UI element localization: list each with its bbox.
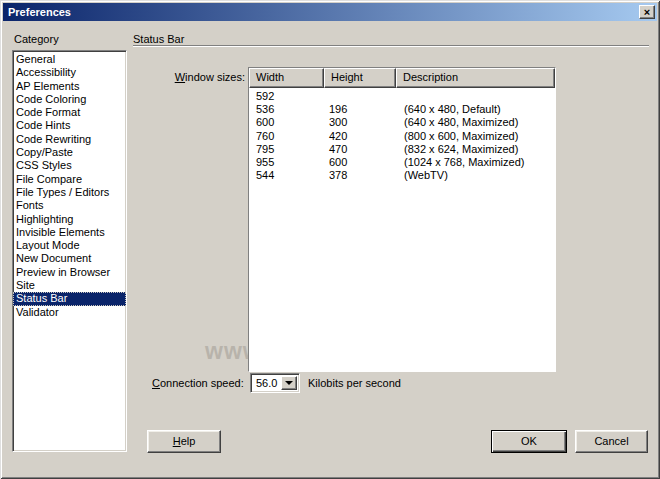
category-list-item[interactable]: Code Rewriting xyxy=(13,133,126,146)
cell-width: 955 xyxy=(249,156,324,169)
cell-width: 600 xyxy=(249,116,324,129)
category-list-item[interactable]: General xyxy=(13,53,126,66)
cell-description: (640 x 480, Default) xyxy=(396,103,555,116)
cell-width: 592 xyxy=(249,90,324,103)
category-list-item[interactable]: Site xyxy=(13,279,126,292)
category-list-item[interactable]: Status Bar xyxy=(13,292,126,305)
category-list-item[interactable]: Copy/Paste xyxy=(13,146,126,159)
category-list-item[interactable]: CSS Styles xyxy=(13,159,126,172)
category-item-label: Code Hints xyxy=(16,119,70,131)
category-item-label: Status Bar xyxy=(16,292,67,304)
category-list-item[interactable]: Fonts xyxy=(13,199,126,212)
window-sizes-table: Width Height Description 592 536 196 (64… xyxy=(248,67,556,372)
category-item-label: Invisible Elements xyxy=(16,226,105,238)
category-list-item[interactable]: Highlighting xyxy=(13,213,126,226)
cancel-button[interactable]: Cancel xyxy=(575,430,648,453)
category-list-item[interactable]: Validator xyxy=(13,306,126,319)
table-row[interactable]: 955 600 (1024 x 768, Maximized) xyxy=(249,156,555,169)
table-header: Width Height Description xyxy=(249,68,555,88)
connection-speed-select[interactable]: 56.0 xyxy=(250,373,300,393)
cell-description: (1024 x 768, Maximized) xyxy=(396,156,555,169)
category-list-item[interactable]: Preview in Browser xyxy=(13,266,126,279)
close-button[interactable]: × xyxy=(639,5,655,19)
table-row[interactable]: 600 300 (640 x 480, Maximized) xyxy=(249,116,555,129)
category-item-label: Accessibility xyxy=(16,66,76,78)
category-item-label: File Compare xyxy=(16,173,82,185)
chevron-down-icon xyxy=(285,381,293,385)
category-item-label: Layout Mode xyxy=(16,239,80,251)
connection-speed-label: Connection speed: xyxy=(152,377,244,389)
category-item-label: AP Elements xyxy=(16,80,79,92)
cell-width: 760 xyxy=(249,130,324,143)
category-list-item[interactable]: AP Elements xyxy=(13,80,126,93)
cell-height: 600 xyxy=(324,156,396,169)
category-list-item[interactable]: File Types / Editors xyxy=(13,186,126,199)
category-item-label: Code Format xyxy=(16,106,80,118)
cell-width: 795 xyxy=(249,143,324,156)
cell-description: (832 x 624, Maximized) xyxy=(396,143,555,156)
cell-height: 470 xyxy=(324,143,396,156)
table-row[interactable]: 536 196 (640 x 480, Default) xyxy=(249,103,555,116)
category-item-label: Site xyxy=(16,279,35,291)
table-row[interactable]: 544 378 (WebTV) xyxy=(249,169,555,182)
section-divider xyxy=(133,45,649,47)
dropdown-button[interactable] xyxy=(281,376,297,390)
preferences-dialog: Preferences × Category General Accessibi… xyxy=(0,0,660,479)
window-sizes-label: Window sizes: xyxy=(160,71,245,83)
category-item-label: Code Coloring xyxy=(16,93,86,105)
category-item-label: Preview in Browser xyxy=(16,266,110,278)
category-list-item[interactable]: Code Coloring xyxy=(13,93,126,106)
cell-description xyxy=(396,90,555,103)
category-item-label: Highlighting xyxy=(16,213,73,225)
category-item-label: Fonts xyxy=(16,199,44,211)
help-button[interactable]: Help xyxy=(147,430,221,453)
connection-speed-unit: Kilobits per second xyxy=(308,377,401,389)
category-item-label: Code Rewriting xyxy=(16,133,91,145)
category-list-item[interactable]: Code Format xyxy=(13,106,126,119)
category-item-label: CSS Styles xyxy=(16,159,72,171)
cell-height: 196 xyxy=(324,103,396,116)
cell-height: 420 xyxy=(324,130,396,143)
connection-speed-value: 56.0 xyxy=(253,376,281,390)
category-item-label: New Document xyxy=(16,252,91,264)
title-bar[interactable]: Preferences xyxy=(3,3,657,21)
section-title: Status Bar xyxy=(133,33,184,45)
ok-button[interactable]: OK xyxy=(491,430,567,453)
category-list-item[interactable]: Layout Mode xyxy=(13,239,126,252)
cell-description: (640 x 480, Maximized) xyxy=(396,116,555,129)
cell-height xyxy=(324,90,396,103)
table-row[interactable]: 592 xyxy=(249,90,555,103)
category-item-label: General xyxy=(16,53,55,65)
category-list-item[interactable]: Invisible Elements xyxy=(13,226,126,239)
category-list-item[interactable]: Code Hints xyxy=(13,119,126,132)
cell-height: 300 xyxy=(324,116,396,129)
category-item-label: Validator xyxy=(16,306,59,318)
category-list-item[interactable]: File Compare xyxy=(13,173,126,186)
category-item-label: Copy/Paste xyxy=(16,146,73,158)
category-list-item[interactable]: New Document xyxy=(13,252,126,265)
column-header-width[interactable]: Width xyxy=(249,68,324,88)
window-title: Preferences xyxy=(8,6,71,18)
category-label: Category xyxy=(14,33,59,45)
cell-width: 536 xyxy=(249,103,324,116)
cell-description: (WebTV) xyxy=(396,169,555,182)
cell-height: 378 xyxy=(324,169,396,182)
column-header-height[interactable]: Height xyxy=(324,68,396,88)
category-list[interactable]: General Accessibility AP Elements Code C… xyxy=(12,50,127,452)
category-list-item[interactable]: Accessibility xyxy=(13,66,126,79)
category-item-label: File Types / Editors xyxy=(16,186,109,198)
column-header-description[interactable]: Description xyxy=(396,68,555,88)
cell-description: (800 x 600, Maximized) xyxy=(396,130,555,143)
table-body[interactable]: 592 536 196 (640 x 480, Default) 600 300… xyxy=(249,88,555,371)
table-row[interactable]: 795 470 (832 x 624, Maximized) xyxy=(249,143,555,156)
table-row[interactable]: 760 420 (800 x 600, Maximized) xyxy=(249,130,555,143)
close-icon: × xyxy=(644,6,650,18)
cell-width: 544 xyxy=(249,169,324,182)
